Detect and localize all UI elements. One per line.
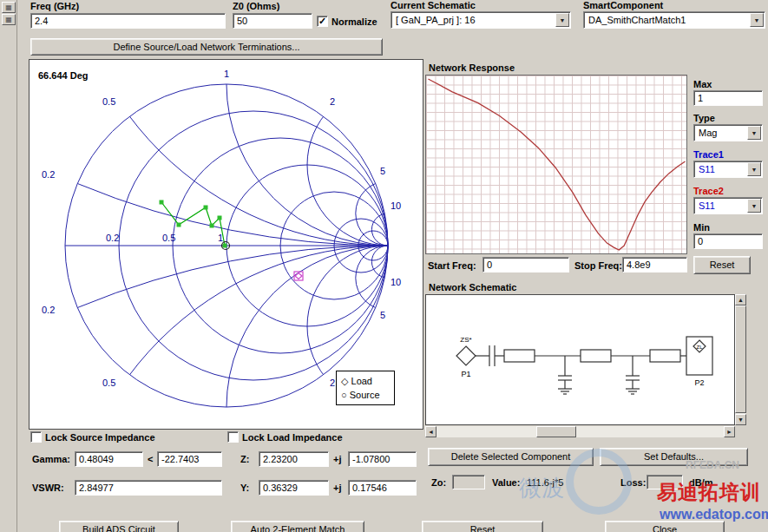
- freq-value: 2.4: [35, 16, 48, 26]
- z-imag-input[interactable]: -1.07800: [348, 451, 417, 467]
- lock-source-checkbox[interactable]: [30, 431, 42, 443]
- chevron-down-icon[interactable]: ▼: [747, 126, 761, 140]
- network-response-title: Network Response: [429, 62, 515, 73]
- z-real-input[interactable]: 2.23200: [259, 451, 329, 467]
- max-input[interactable]: 1: [693, 90, 763, 106]
- set-defaults-button[interactable]: Set Defaults...: [600, 448, 748, 466]
- max-label: Max: [693, 79, 712, 89]
- define-terminations-button[interactable]: Define Source/Load Network Terminations.…: [30, 38, 383, 56]
- bottom-reset-button[interactable]: Reset: [422, 521, 543, 532]
- z0-label: Z0 (Ohms): [233, 1, 279, 11]
- y-real-input[interactable]: 0.36329: [259, 480, 329, 496]
- current-schematic-label: Current Schematic: [391, 0, 476, 10]
- vswr-input[interactable]: 2.84977: [75, 480, 222, 496]
- freq-label: Freq (GHz): [30, 1, 79, 11]
- close-button[interactable]: Close: [605, 521, 725, 532]
- source-label: ZS*: [460, 336, 471, 344]
- smith-rim-label: 2: [330, 96, 335, 107]
- side-palette: ▦ ▦: [0, 0, 17, 532]
- vscroll-thumb[interactable]: [735, 305, 746, 413]
- gamma-mag-value: 0.48049: [79, 454, 114, 464]
- loss-input[interactable]: [647, 475, 683, 489]
- smith-axis-label: 0.5: [162, 233, 175, 243]
- freq-input[interactable]: 2.4: [30, 13, 226, 29]
- build-ads-circuit-button[interactable]: Build ADS Circuit: [59, 521, 179, 532]
- stop-freq-input[interactable]: 4.8e9: [622, 257, 687, 273]
- scroll-left-icon[interactable]: ◄: [425, 426, 437, 437]
- z-label: Z:: [240, 454, 249, 464]
- y-imag-input[interactable]: 0.17546: [348, 480, 417, 496]
- current-schematic-value: [ GaN_PA_prj ]: 16: [396, 15, 476, 25]
- gamma-label: Gamma:: [32, 454, 70, 464]
- start-freq-input[interactable]: 0: [482, 257, 569, 273]
- marker-legend: ◇ Load ○ Source: [336, 371, 395, 405]
- component-value-text: 111.6-j*5: [527, 477, 563, 488]
- series-element-3[interactable]: [650, 350, 680, 362]
- trace2-select[interactable]: S11 ▼: [693, 197, 763, 214]
- y-real-value: 0.36329: [263, 483, 298, 493]
- chevron-down-icon[interactable]: ▼: [555, 13, 569, 27]
- schematic-vscrollbar[interactable]: ▲ ▼: [735, 294, 746, 425]
- load-termination[interactable]: [686, 337, 712, 375]
- angle-readout: 66.644 Deg: [38, 70, 88, 81]
- hscroll-thumb[interactable]: [536, 426, 576, 437]
- smith-rim-label: 0.5: [102, 96, 115, 107]
- p1-label: P1: [461, 370, 470, 378]
- scroll-down-icon[interactable]: ▼: [735, 414, 746, 425]
- lock-load-checkbox[interactable]: [227, 431, 239, 443]
- chevron-down-icon[interactable]: ▼: [750, 13, 764, 27]
- schematic-svg: ZS* P1 ZL P2: [426, 295, 734, 424]
- response-reset-button[interactable]: Reset: [693, 256, 751, 274]
- scroll-right-icon[interactable]: ►: [724, 426, 735, 437]
- gamma-angle-input[interactable]: -22.7403: [157, 451, 222, 467]
- scroll-up-icon[interactable]: ▲: [735, 294, 746, 305]
- normalize-checkbox[interactable]: ✓: [317, 16, 328, 27]
- stop-freq-label: Stop Freq:: [574, 260, 622, 271]
- vswr-value: 2.84977: [79, 483, 114, 493]
- palette-button-2[interactable]: ▦: [2, 14, 16, 25]
- min-input[interactable]: 0: [693, 233, 763, 249]
- source-symbol[interactable]: [456, 346, 476, 365]
- grid-icon: ▦: [5, 16, 12, 23]
- source-circle-icon: ○: [341, 390, 350, 400]
- network-schematic-panel[interactable]: ZS* P1 ZL P2: [425, 294, 735, 425]
- start-freq-value: 0: [487, 259, 492, 270]
- load-diamond-icon: ◇: [341, 376, 351, 386]
- smart-component-select[interactable]: DA_SmithChartMatch1 ▼: [583, 11, 765, 29]
- chevron-down-icon[interactable]: ▼: [747, 162, 761, 176]
- chevron-down-icon[interactable]: ▼: [747, 199, 761, 213]
- lock-load-label: Lock Load Impedance: [242, 432, 343, 443]
- angle-symbol: <: [148, 454, 153, 464]
- loss-unit-label: dB/m: [689, 477, 713, 488]
- smith-rim-label: 0.2: [42, 305, 55, 315]
- auto-two-element-match-button[interactable]: Auto 2-Element Match: [231, 521, 364, 532]
- min-label: Min: [693, 222, 710, 233]
- stop-freq-value: 4.8e9: [627, 259, 651, 270]
- smith-chart-panel[interactable]: 66.644 Deg 1 0.5 0.2 2 5 10 10 5 2 0.5 0…: [29, 59, 423, 430]
- series-element-2[interactable]: [581, 350, 611, 362]
- smith-rim-label: 5: [380, 310, 385, 320]
- vswr-label: VSWR:: [32, 483, 64, 493]
- smith-rim-label: 5: [380, 166, 385, 176]
- delete-component-button[interactable]: Delete Selected Component: [428, 448, 594, 466]
- series-element-1[interactable]: [504, 350, 535, 362]
- palette-button-1[interactable]: ▦: [2, 2, 16, 13]
- z0-input[interactable]: 50: [233, 13, 312, 29]
- z-imag-value: -1.07800: [352, 454, 390, 464]
- y-label: Y:: [240, 483, 249, 493]
- load-marker-icon[interactable]: [294, 272, 303, 280]
- smith-axis-label: 0.2: [106, 233, 119, 243]
- lock-source-label: Lock Source Impedance: [45, 432, 155, 443]
- trace1-label: Trace1: [693, 149, 724, 160]
- type-select[interactable]: Mag ▼: [693, 124, 763, 141]
- current-schematic-select[interactable]: [ GaN_PA_prj ]: 16 ▼: [391, 11, 571, 29]
- plus-j-label: +j: [333, 454, 341, 464]
- legend-load-label: Load: [351, 376, 372, 386]
- type-value: Mag: [699, 128, 717, 138]
- plus-j-label: +j: [333, 483, 341, 493]
- zo-input[interactable]: [452, 475, 485, 489]
- trace1-select[interactable]: S11 ▼: [693, 161, 763, 178]
- gamma-mag-input[interactable]: 0.48049: [75, 451, 143, 467]
- schematic-hscrollbar[interactable]: ◄ ►: [425, 426, 735, 437]
- smith-rim-label: 0.2: [42, 169, 55, 180]
